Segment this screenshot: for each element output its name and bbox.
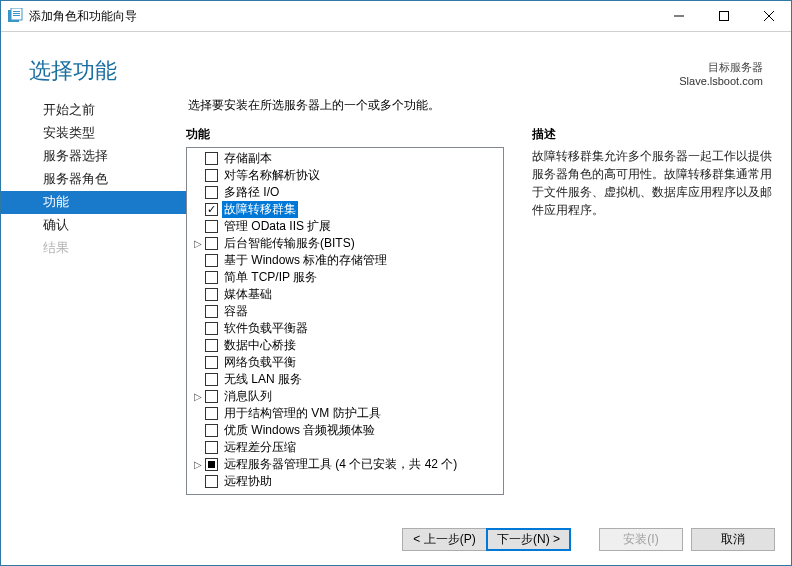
feature-label: 对等名称解析协议: [222, 167, 322, 184]
feature-label: 网络负载平衡: [222, 354, 298, 371]
description-header: 描述: [532, 126, 773, 143]
feature-label: 用于结构管理的 VM 防护工具: [222, 405, 383, 422]
feature-label: 多路径 I/O: [222, 184, 281, 201]
feature-label: 软件负载平衡器: [222, 320, 310, 337]
features-column: 功能 存储副本对等名称解析协议多路径 I/O故障转移群集管理 OData IIS…: [186, 126, 504, 513]
footer: < 上一步(P) 下一步(N) > 安装(I) 取消: [1, 513, 791, 565]
wizard-nav: 开始之前安装类型服务器选择服务器角色功能确认结果: [1, 97, 186, 513]
cancel-button[interactable]: 取消: [691, 528, 775, 551]
feature-checkbox[interactable]: [205, 356, 218, 369]
feature-label: 优质 Windows 音频视频体验: [222, 422, 377, 439]
nav-button-group: < 上一步(P) 下一步(N) >: [402, 528, 571, 551]
wizard-window: 添加角色和功能向导 选择功能 目标服务器 Slave.lsboot.com 开始…: [0, 0, 792, 566]
nav-item[interactable]: 服务器选择: [1, 145, 186, 168]
feature-checkbox[interactable]: [205, 254, 218, 267]
feature-checkbox[interactable]: [205, 237, 218, 250]
nav-item[interactable]: 安装类型: [1, 122, 186, 145]
feature-row[interactable]: ▷远程服务器管理工具 (4 个已安装，共 42 个): [187, 456, 503, 473]
header: 选择功能 目标服务器 Slave.lsboot.com: [1, 32, 791, 97]
body: 开始之前安装类型服务器选择服务器角色功能确认结果 选择要安装在所选服务器上的一个…: [1, 97, 791, 513]
feature-row[interactable]: 管理 OData IIS 扩展: [187, 218, 503, 235]
feature-row[interactable]: 数据中心桥接: [187, 337, 503, 354]
description-body: 故障转移群集允许多个服务器一起工作以提供服务器角色的高可用性。故障转移群集通常用…: [532, 147, 773, 219]
main-panel: 选择要安装在所选服务器上的一个或多个功能。 功能 存储副本对等名称解析协议多路径…: [186, 97, 773, 513]
feature-checkbox[interactable]: [205, 203, 218, 216]
feature-checkbox[interactable]: [205, 305, 218, 318]
feature-row[interactable]: 故障转移群集: [187, 201, 503, 218]
feature-label: 简单 TCP/IP 服务: [222, 269, 319, 286]
feature-row[interactable]: 优质 Windows 音频视频体验: [187, 422, 503, 439]
feature-row[interactable]: 远程差分压缩: [187, 439, 503, 456]
columns: 功能 存储副本对等名称解析协议多路径 I/O故障转移群集管理 OData IIS…: [186, 126, 773, 513]
app-icon: [7, 8, 23, 24]
expander-icon[interactable]: ▷: [191, 459, 205, 470]
feature-row[interactable]: 基于 Windows 标准的存储管理: [187, 252, 503, 269]
install-button[interactable]: 安装(I): [599, 528, 683, 551]
feature-row[interactable]: 对等名称解析协议: [187, 167, 503, 184]
features-header: 功能: [186, 126, 504, 143]
page-title: 选择功能: [29, 56, 679, 86]
svg-rect-2: [13, 11, 20, 12]
window-title: 添加角色和功能向导: [29, 8, 656, 25]
maximize-button[interactable]: [701, 1, 746, 31]
feature-checkbox[interactable]: [205, 288, 218, 301]
feature-checkbox[interactable]: [205, 441, 218, 454]
features-tree[interactable]: 存储副本对等名称解析协议多路径 I/O故障转移群集管理 OData IIS 扩展…: [186, 147, 504, 495]
feature-row[interactable]: 远程协助: [187, 473, 503, 490]
feature-label: 远程差分压缩: [222, 439, 298, 456]
feature-checkbox[interactable]: [205, 407, 218, 420]
feature-label: 数据中心桥接: [222, 337, 298, 354]
feature-row[interactable]: ▷消息队列: [187, 388, 503, 405]
feature-row[interactable]: 媒体基础: [187, 286, 503, 303]
feature-label: 故障转移群集: [222, 201, 298, 218]
nav-item[interactable]: 确认: [1, 214, 186, 237]
feature-row[interactable]: 存储副本: [187, 150, 503, 167]
feature-checkbox[interactable]: [205, 424, 218, 437]
destination-info: 目标服务器 Slave.lsboot.com: [679, 60, 763, 87]
feature-row[interactable]: 无线 LAN 服务: [187, 371, 503, 388]
feature-row[interactable]: ▷后台智能传输服务(BITS): [187, 235, 503, 252]
next-button[interactable]: 下一步(N) >: [486, 528, 571, 551]
feature-checkbox[interactable]: [205, 475, 218, 488]
feature-label: 基于 Windows 标准的存储管理: [222, 252, 389, 269]
expander-icon[interactable]: ▷: [191, 238, 205, 249]
svg-rect-3: [13, 13, 20, 14]
feature-label: 无线 LAN 服务: [222, 371, 304, 388]
minimize-button[interactable]: [656, 1, 701, 31]
feature-checkbox[interactable]: [205, 271, 218, 284]
feature-label: 后台智能传输服务(BITS): [222, 235, 357, 252]
feature-checkbox[interactable]: [205, 373, 218, 386]
feature-label: 远程协助: [222, 473, 274, 490]
feature-row[interactable]: 软件负载平衡器: [187, 320, 503, 337]
nav-item: 结果: [1, 237, 186, 260]
feature-row[interactable]: 用于结构管理的 VM 防护工具: [187, 405, 503, 422]
titlebar: 添加角色和功能向导: [1, 1, 791, 32]
feature-checkbox[interactable]: [205, 186, 218, 199]
svg-rect-6: [719, 12, 728, 21]
feature-row[interactable]: 多路径 I/O: [187, 184, 503, 201]
feature-checkbox[interactable]: [205, 458, 218, 471]
nav-item[interactable]: 服务器角色: [1, 168, 186, 191]
feature-checkbox[interactable]: [205, 322, 218, 335]
destination-value: Slave.lsboot.com: [679, 75, 763, 87]
feature-label: 存储副本: [222, 150, 274, 167]
feature-checkbox[interactable]: [205, 339, 218, 352]
svg-rect-4: [13, 15, 20, 16]
feature-label: 管理 OData IIS 扩展: [222, 218, 333, 235]
feature-label: 容器: [222, 303, 250, 320]
nav-item[interactable]: 功能: [1, 191, 186, 214]
feature-row[interactable]: 简单 TCP/IP 服务: [187, 269, 503, 286]
feature-checkbox[interactable]: [205, 169, 218, 182]
feature-checkbox[interactable]: [205, 390, 218, 403]
feature-row[interactable]: 容器: [187, 303, 503, 320]
previous-button[interactable]: < 上一步(P): [402, 528, 486, 551]
feature-label: 消息队列: [222, 388, 274, 405]
feature-checkbox[interactable]: [205, 220, 218, 233]
feature-row[interactable]: 网络负载平衡: [187, 354, 503, 371]
close-button[interactable]: [746, 1, 791, 31]
description-column: 描述 故障转移群集允许多个服务器一起工作以提供服务器角色的高可用性。故障转移群集…: [532, 126, 773, 513]
expander-icon[interactable]: ▷: [191, 391, 205, 402]
feature-checkbox[interactable]: [205, 152, 218, 165]
nav-item[interactable]: 开始之前: [1, 99, 186, 122]
feature-label: 媒体基础: [222, 286, 274, 303]
